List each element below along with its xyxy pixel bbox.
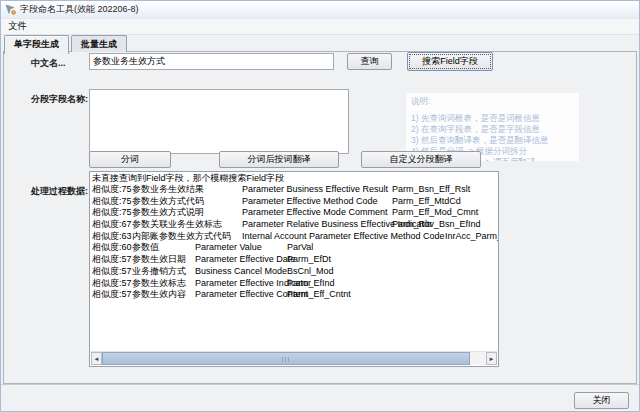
cn-name-cell: 参数生效方式说明 [132, 207, 204, 219]
scrollbar-grip-icon [282, 357, 290, 362]
cn-name-label: 中文名... [31, 57, 66, 70]
process-row[interactable]: 相似度:75参数生效方式代码Parameter Effective Method… [90, 196, 498, 208]
segment-name-label: 分段字段名称: [31, 93, 88, 106]
cn-name-cell: 内部账参数生效方式代码 [132, 231, 231, 243]
process-row[interactable]: 相似度:57参数生效日期Parameter Effective DateParm… [90, 254, 498, 266]
similarity-cell: 相似度:57 [92, 278, 132, 290]
process-row[interactable]: 相似度:57参数生效内容Parameter Effective ContentP… [90, 289, 498, 301]
cn-name-cell: 参数值 [132, 242, 159, 254]
footer-separator [1, 384, 639, 385]
process-list[interactable]: 未直接查询到Field字段，那个模糊搜索Field字段 相似度:75参数业务生效… [89, 171, 499, 367]
code-cell: Parm_EfDt [287, 254, 331, 266]
code-cell: Parm_Eff_Mod_Cmnt [392, 207, 478, 219]
tab-single-field[interactable]: 单字段生成 [4, 35, 69, 54]
en-name-cell: Parameter Value [195, 242, 262, 254]
cn-name-cell: 参数生效日期 [132, 254, 186, 266]
similarity-cell: 相似度:67 [92, 219, 132, 231]
code-cell: BsCnl_Mod [287, 266, 334, 278]
similarity-cell: 相似度:57 [92, 254, 132, 266]
help-line: 1) 先查询词根表，是否是词根信息 [411, 113, 574, 124]
cn-name-cell: 参数生效方式代码 [132, 196, 204, 208]
app-icon [5, 4, 16, 15]
similarity-cell: 相似度:57 [92, 266, 132, 278]
query-button[interactable]: 查询 [347, 53, 392, 70]
similarity-cell: 相似度:63 [92, 231, 132, 243]
cn-name-cell: 参数关联业务生效标志 [132, 219, 222, 231]
menu-bar: 文件 [1, 19, 639, 35]
en-name-cell: Parameter Effective Mode Comment [242, 207, 387, 219]
code-cell: Parm_Eff_MtdCd [392, 196, 461, 208]
code-cell: Parm_Bsn_Eff_Rslt [392, 184, 470, 196]
process-rows: 相似度:75参数业务生效结果Parameter Business Effecti… [90, 184, 498, 301]
window-title: 字段命名工具(效能 202206-8) [20, 3, 139, 16]
translate-by-word-button[interactable]: 分词后按词翻译 [219, 151, 339, 168]
help-title: 说明: [411, 96, 574, 107]
en-name-cell: Parameter Effective Date [195, 254, 295, 266]
segment-name-textarea[interactable] [89, 89, 349, 154]
code-cell: Parm_Rltv_Bsn_EfInd [392, 219, 481, 231]
similarity-cell: 相似度:75 [92, 184, 132, 196]
search-field-button[interactable]: 搜索Field字段 [407, 52, 493, 71]
process-row[interactable]: 相似度:63内部账参数生效方式代码Internal Account Parame… [90, 231, 498, 243]
tab-batch[interactable]: 批量生成 [71, 35, 127, 52]
en-name-cell: Parameter Effective Method Code [242, 196, 377, 208]
custom-segment-translate-button[interactable]: 自定义分段翻译 [361, 151, 481, 168]
close-button[interactable]: 关闭 [574, 392, 629, 409]
en-name-cell: Internal Account Parameter Effective Met… [242, 231, 444, 243]
similarity-cell: 相似度:75 [92, 196, 132, 208]
scroll-right-arrow-icon[interactable]: ► [486, 352, 497, 365]
process-row[interactable]: 相似度:75参数业务生效结果Parameter Business Effecti… [90, 184, 498, 196]
en-name-cell: Business Cancel Mode [195, 266, 287, 278]
code-cell: Parm_EfInd [287, 278, 335, 290]
help-line: 2) 在查询字段表，是否是字段信息 [411, 124, 574, 135]
code-cell: InrAcc_Parm_Eff [445, 231, 499, 243]
process-row[interactable]: 相似度:57参数生效标志Parameter Effective Indicato… [90, 278, 498, 290]
help-line: 3) 然后查询翻译表，是否是翻译信息 [411, 135, 574, 146]
similarity-cell: 相似度:75 [92, 207, 132, 219]
cn-name-cell: 参数业务生效结果 [132, 184, 204, 196]
code-cell: ParVal [287, 242, 313, 254]
process-row[interactable]: 相似度:75参数生效方式说明Parameter Effective Mode C… [90, 207, 498, 219]
menu-item-file[interactable]: 文件 [1, 19, 34, 34]
process-row[interactable]: 相似度:67参数关联业务生效标志Parameter Relative Busin… [90, 219, 498, 231]
en-name-cell: Parameter Business Effective Result [242, 184, 388, 196]
process-message: 未直接查询到Field字段，那个模糊搜索Field字段 [90, 172, 498, 184]
cn-name-input[interactable] [89, 53, 334, 70]
similarity-cell: 相似度:57 [92, 289, 132, 301]
cn-name-cell: 参数生效内容 [132, 289, 186, 301]
title-bar: 字段命名工具(效能 202206-8) [1, 1, 639, 19]
tab-strip: 单字段生成 批量生成 [4, 35, 127, 52]
similarity-cell: 相似度:60 [92, 242, 132, 254]
process-row[interactable]: 相似度:60参数值Parameter ValueParVal [90, 242, 498, 254]
scroll-left-arrow-icon[interactable]: ◄ [91, 352, 102, 365]
app-window: 字段命名工具(效能 202206-8) 文件 单字段生成 批量生成 中文名...… [0, 0, 640, 412]
segment-words-button[interactable]: 分词 [89, 151, 171, 168]
process-row[interactable]: 相似度:57业务撤销方式Business Cancel ModeBsCnl_Mo… [90, 266, 498, 278]
cn-name-cell: 参数生效标志 [132, 278, 186, 290]
code-cell: Parm_Eff_Cntnt [287, 289, 351, 301]
scrollbar-thumb[interactable] [102, 352, 470, 365]
process-data-label: 处理过程数据: [31, 185, 88, 198]
horizontal-scrollbar[interactable]: ◄ ► [91, 351, 497, 365]
cn-name-cell: 业务撤销方式 [132, 266, 186, 278]
